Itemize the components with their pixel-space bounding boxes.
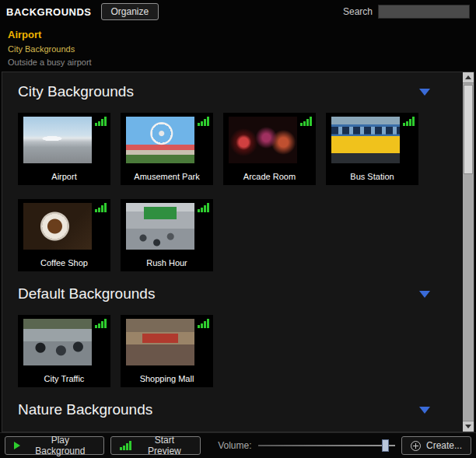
background-label: Airport <box>21 172 107 181</box>
background-card-city-traffic[interactable]: City Traffic <box>18 315 110 387</box>
background-card-bus-station[interactable]: Bus Station <box>326 113 418 185</box>
create-label: Create... <box>426 440 462 451</box>
background-thumbnail <box>229 117 297 163</box>
volume-slider[interactable] <box>258 438 395 453</box>
background-card-arcade-room[interactable]: Arcade Room <box>223 113 316 185</box>
app-window: BACKGROUNDS Organize Search Airport City… <box>0 0 476 458</box>
meter-icon <box>403 117 415 126</box>
card-top <box>124 117 210 167</box>
card-top <box>329 117 415 167</box>
section-title: City Backgrounds <box>18 83 134 100</box>
section-title: Nature Backgrounds <box>18 401 152 418</box>
background-label: Rush Hour <box>124 258 210 267</box>
background-label: Coffee Shop <box>21 258 107 267</box>
background-card-rush-hour[interactable]: Rush Hour <box>121 199 213 271</box>
create-button[interactable]: Create... <box>401 436 471 455</box>
background-label: Shopping Mall <box>124 374 210 383</box>
vertical-scrollbar[interactable] <box>463 72 474 432</box>
section-header: Nature Backgrounds <box>18 401 430 418</box>
meter-icon <box>95 319 107 328</box>
page-title: BACKGROUNDS <box>6 6 92 18</box>
background-thumbnail <box>23 203 92 250</box>
section-grid: City TrafficShopping Mall <box>18 315 452 387</box>
section-nature-backgrounds: Nature Backgrounds <box>18 401 452 431</box>
background-label: Bus Station <box>329 172 415 181</box>
meter-icon <box>198 117 209 126</box>
card-top <box>21 117 107 167</box>
meter-icon <box>95 203 107 212</box>
section-city-backgrounds: City BackgroundsAirportAmusement ParkArc… <box>18 83 452 271</box>
card-top <box>226 117 313 167</box>
section-header: City Backgrounds <box>18 83 430 100</box>
meter-icon <box>120 441 131 450</box>
card-top <box>124 319 210 369</box>
play-background-label: Play Background <box>26 435 95 456</box>
background-card-shopping-mall[interactable]: Shopping Mall <box>121 315 213 387</box>
section-default-backgrounds: Default BackgroundsCity TrafficShopping … <box>18 285 452 387</box>
scrollbar-thumb[interactable] <box>464 85 473 174</box>
top-bar: BACKGROUNDS Organize Search <box>0 0 476 23</box>
background-label: Arcade Room <box>226 172 313 181</box>
background-label: Amusement Park <box>124 172 210 181</box>
scrollbar-down-icon[interactable] <box>463 421 474 432</box>
section-header: Default Backgrounds <box>18 285 430 302</box>
section-title: Default Backgrounds <box>18 285 155 302</box>
volume-slider-handle[interactable] <box>382 439 389 452</box>
backgrounds-panel: City BackgroundsAirportAmusement ParkArc… <box>2 72 474 432</box>
section-grid: AirportAmusement ParkArcade RoomBus Stat… <box>18 113 452 271</box>
volume-label: Volume: <box>218 440 251 451</box>
background-label: City Traffic <box>21 374 107 383</box>
background-thumbnail <box>23 319 92 365</box>
current-background-category: City Backgrounds <box>8 44 468 54</box>
search-box: Search <box>343 5 470 19</box>
background-thumbnail <box>126 117 194 163</box>
play-icon <box>14 442 20 449</box>
sections: City BackgroundsAirportAmusement ParkArc… <box>2 72 463 432</box>
chevron-down-icon[interactable] <box>419 407 430 414</box>
background-card-airport[interactable]: Airport <box>18 113 110 185</box>
scrollbar-up-icon[interactable] <box>463 72 474 83</box>
background-thumbnail <box>331 117 400 163</box>
meter-icon <box>198 319 209 328</box>
background-thumbnail <box>126 319 194 365</box>
chevron-down-icon[interactable] <box>419 291 430 298</box>
start-preview-button[interactable]: Start Preview <box>110 436 201 455</box>
organize-button[interactable]: Organize <box>101 3 159 20</box>
meter-icon <box>95 117 107 126</box>
current-background-description: Outside a busy airport <box>8 58 468 67</box>
volume-slider-track <box>258 445 395 446</box>
plus-icon <box>411 441 421 451</box>
start-preview-label: Start Preview <box>138 435 192 456</box>
background-card-coffee-shop[interactable]: Coffee Shop <box>18 199 110 271</box>
current-background-info: Airport City Backgrounds Outside a busy … <box>0 23 476 72</box>
chevron-down-icon[interactable] <box>419 89 430 96</box>
card-top <box>21 319 107 369</box>
background-card-amusement-park[interactable]: Amusement Park <box>121 113 213 185</box>
current-background-name: Airport <box>8 29 468 40</box>
background-thumbnail <box>126 203 194 250</box>
search-input[interactable] <box>378 5 470 19</box>
background-thumbnail <box>23 117 92 163</box>
meter-icon <box>300 117 312 126</box>
search-label: Search <box>343 6 373 17</box>
card-top <box>124 203 210 253</box>
card-top <box>21 203 107 253</box>
footer-bar: Play Background Start Preview Volume: Cr… <box>0 432 476 458</box>
meter-icon <box>198 203 209 212</box>
play-background-button[interactable]: Play Background <box>5 436 104 455</box>
